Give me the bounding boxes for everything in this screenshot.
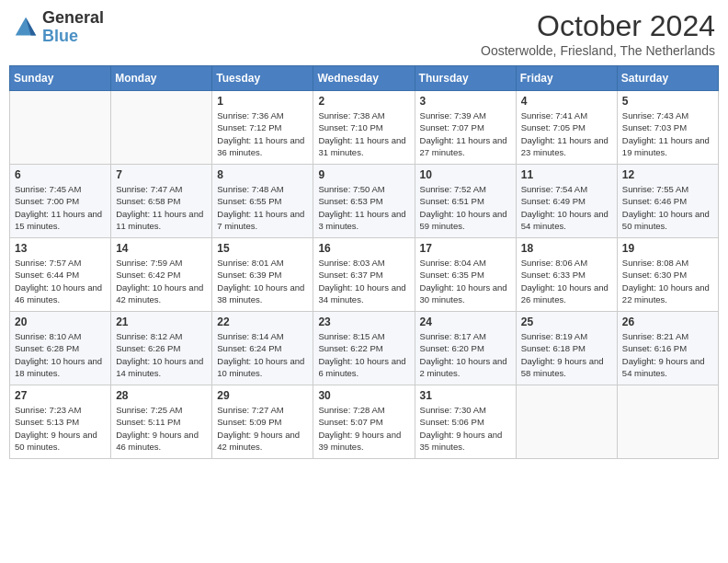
logo-icon xyxy=(13,15,39,40)
day-info: Sunrise: 7:41 AM Sunset: 7:05 PM Dayligh… xyxy=(521,109,612,158)
day-info: Sunrise: 7:47 AM Sunset: 6:58 PM Dayligh… xyxy=(116,183,207,232)
calendar-cell: 22Sunrise: 8:14 AM Sunset: 6:24 PM Dayli… xyxy=(212,312,313,385)
day-number: 11 xyxy=(521,168,612,181)
calendar-week-row: 1Sunrise: 7:36 AM Sunset: 7:12 PM Daylig… xyxy=(10,91,719,165)
header-thursday: Thursday xyxy=(415,66,516,91)
day-number: 17 xyxy=(420,242,511,255)
calendar-cell: 3Sunrise: 7:39 AM Sunset: 7:07 PM Daylig… xyxy=(415,91,516,165)
day-info: Sunrise: 8:08 AM Sunset: 6:30 PM Dayligh… xyxy=(622,257,713,305)
day-info: Sunrise: 7:59 AM Sunset: 6:42 PM Dayligh… xyxy=(116,257,207,305)
day-number: 12 xyxy=(622,168,713,181)
page-header: General Blue October 2024 Oosterwolde, F… xyxy=(9,9,719,58)
calendar-cell: 1Sunrise: 7:36 AM Sunset: 7:12 PM Daylig… xyxy=(212,91,313,165)
calendar-cell: 30Sunrise: 7:28 AM Sunset: 5:07 PM Dayli… xyxy=(313,385,415,459)
day-info: Sunrise: 8:21 AM Sunset: 6:16 PM Dayligh… xyxy=(622,330,713,379)
calendar-cell: 21Sunrise: 8:12 AM Sunset: 6:26 PM Dayli… xyxy=(111,312,212,385)
calendar-cell: 17Sunrise: 8:04 AM Sunset: 6:35 PM Dayli… xyxy=(415,238,516,312)
calendar-week-row: 13Sunrise: 7:57 AM Sunset: 6:44 PM Dayli… xyxy=(10,238,719,312)
day-number: 30 xyxy=(318,389,409,402)
calendar-cell: 29Sunrise: 7:27 AM Sunset: 5:09 PM Dayli… xyxy=(212,385,313,459)
day-info: Sunrise: 8:12 AM Sunset: 6:26 PM Dayligh… xyxy=(116,330,207,379)
calendar-cell: 25Sunrise: 8:19 AM Sunset: 6:18 PM Dayli… xyxy=(516,312,617,385)
logo-blue: Blue xyxy=(42,28,104,46)
calendar-header-row: SundayMondayTuesdayWednesdayThursdayFrid… xyxy=(10,66,719,91)
calendar-cell: 27Sunrise: 7:23 AM Sunset: 5:13 PM Dayli… xyxy=(10,385,111,459)
calendar-week-row: 6Sunrise: 7:45 AM Sunset: 7:00 PM Daylig… xyxy=(10,165,719,238)
day-number: 8 xyxy=(217,168,308,181)
header-monday: Monday xyxy=(111,66,212,91)
day-number: 19 xyxy=(622,242,713,255)
day-info: Sunrise: 7:50 AM Sunset: 6:53 PM Dayligh… xyxy=(318,183,409,232)
calendar-cell: 10Sunrise: 7:52 AM Sunset: 6:51 PM Dayli… xyxy=(415,165,516,238)
day-info: Sunrise: 7:28 AM Sunset: 5:07 PM Dayligh… xyxy=(318,404,409,453)
header-sunday: Sunday xyxy=(10,66,111,91)
day-number: 16 xyxy=(318,242,409,255)
day-number: 29 xyxy=(217,389,308,402)
header-saturday: Saturday xyxy=(617,66,718,91)
day-info: Sunrise: 7:39 AM Sunset: 7:07 PM Dayligh… xyxy=(420,109,511,158)
day-info: Sunrise: 8:15 AM Sunset: 6:22 PM Dayligh… xyxy=(318,330,409,379)
day-number: 24 xyxy=(420,316,511,328)
calendar-cell: 12Sunrise: 7:55 AM Sunset: 6:46 PM Dayli… xyxy=(617,165,718,238)
day-number: 25 xyxy=(521,316,612,328)
day-number: 9 xyxy=(318,168,409,181)
logo: General Blue xyxy=(13,9,104,46)
header-tuesday: Tuesday xyxy=(212,66,313,91)
day-number: 31 xyxy=(420,389,511,402)
day-info: Sunrise: 7:48 AM Sunset: 6:55 PM Dayligh… xyxy=(217,183,308,232)
day-number: 27 xyxy=(15,389,106,402)
day-info: Sunrise: 7:45 AM Sunset: 7:00 PM Dayligh… xyxy=(15,183,106,232)
title-block: October 2024 Oosterwolde, Friesland, The… xyxy=(481,9,715,58)
day-info: Sunrise: 8:17 AM Sunset: 6:20 PM Dayligh… xyxy=(420,330,511,379)
calendar-cell: 20Sunrise: 8:10 AM Sunset: 6:28 PM Dayli… xyxy=(10,312,111,385)
day-info: Sunrise: 8:03 AM Sunset: 6:37 PM Dayligh… xyxy=(318,257,409,305)
day-info: Sunrise: 7:27 AM Sunset: 5:09 PM Dayligh… xyxy=(217,404,308,453)
day-number: 18 xyxy=(521,242,612,255)
day-info: Sunrise: 8:04 AM Sunset: 6:35 PM Dayligh… xyxy=(420,257,511,305)
day-info: Sunrise: 8:06 AM Sunset: 6:33 PM Dayligh… xyxy=(521,257,612,305)
calendar-cell xyxy=(516,385,617,459)
calendar-cell: 11Sunrise: 7:54 AM Sunset: 6:49 PM Dayli… xyxy=(516,165,617,238)
calendar-cell: 9Sunrise: 7:50 AM Sunset: 6:53 PM Daylig… xyxy=(313,165,415,238)
day-info: Sunrise: 7:23 AM Sunset: 5:13 PM Dayligh… xyxy=(15,404,106,453)
header-friday: Friday xyxy=(516,66,617,91)
day-number: 15 xyxy=(217,242,308,255)
day-number: 20 xyxy=(15,316,106,328)
day-number: 13 xyxy=(15,242,106,255)
day-number: 1 xyxy=(217,95,308,108)
day-number: 7 xyxy=(116,168,207,181)
day-info: Sunrise: 7:30 AM Sunset: 5:06 PM Dayligh… xyxy=(420,404,511,453)
day-info: Sunrise: 7:54 AM Sunset: 6:49 PM Dayligh… xyxy=(521,183,612,232)
day-number: 5 xyxy=(622,95,713,108)
day-number: 22 xyxy=(217,316,308,328)
day-number: 6 xyxy=(15,168,106,181)
calendar-cell: 5Sunrise: 7:43 AM Sunset: 7:03 PM Daylig… xyxy=(617,91,718,165)
calendar-cell: 13Sunrise: 7:57 AM Sunset: 6:44 PM Dayli… xyxy=(10,238,111,312)
calendar-cell: 28Sunrise: 7:25 AM Sunset: 5:11 PM Dayli… xyxy=(111,385,212,459)
calendar-cell: 23Sunrise: 8:15 AM Sunset: 6:22 PM Dayli… xyxy=(313,312,415,385)
day-number: 14 xyxy=(116,242,207,255)
header-wednesday: Wednesday xyxy=(313,66,415,91)
day-info: Sunrise: 7:38 AM Sunset: 7:10 PM Dayligh… xyxy=(318,109,409,158)
day-info: Sunrise: 7:25 AM Sunset: 5:11 PM Dayligh… xyxy=(116,404,207,453)
day-number: 10 xyxy=(420,168,511,181)
day-number: 21 xyxy=(116,316,207,328)
day-info: Sunrise: 7:43 AM Sunset: 7:03 PM Dayligh… xyxy=(622,109,713,158)
day-info: Sunrise: 7:57 AM Sunset: 6:44 PM Dayligh… xyxy=(15,257,106,305)
logo-general: General xyxy=(42,9,104,28)
calendar-table: SundayMondayTuesdayWednesdayThursdayFrid… xyxy=(9,65,719,459)
calendar-cell: 6Sunrise: 7:45 AM Sunset: 7:00 PM Daylig… xyxy=(10,165,111,238)
calendar-cell: 16Sunrise: 8:03 AM Sunset: 6:37 PM Dayli… xyxy=(313,238,415,312)
calendar-cell: 4Sunrise: 7:41 AM Sunset: 7:05 PM Daylig… xyxy=(516,91,617,165)
day-number: 2 xyxy=(318,95,409,108)
day-info: Sunrise: 7:55 AM Sunset: 6:46 PM Dayligh… xyxy=(622,183,713,232)
calendar-cell xyxy=(617,385,718,459)
calendar-cell: 31Sunrise: 7:30 AM Sunset: 5:06 PM Dayli… xyxy=(415,385,516,459)
calendar-cell: 7Sunrise: 7:47 AM Sunset: 6:58 PM Daylig… xyxy=(111,165,212,238)
day-info: Sunrise: 8:14 AM Sunset: 6:24 PM Dayligh… xyxy=(217,330,308,379)
calendar-cell: 2Sunrise: 7:38 AM Sunset: 7:10 PM Daylig… xyxy=(313,91,415,165)
calendar-cell: 19Sunrise: 8:08 AM Sunset: 6:30 PM Dayli… xyxy=(617,238,718,312)
calendar-cell: 26Sunrise: 8:21 AM Sunset: 6:16 PM Dayli… xyxy=(617,312,718,385)
day-number: 28 xyxy=(116,389,207,402)
day-info: Sunrise: 8:10 AM Sunset: 6:28 PM Dayligh… xyxy=(15,330,106,379)
